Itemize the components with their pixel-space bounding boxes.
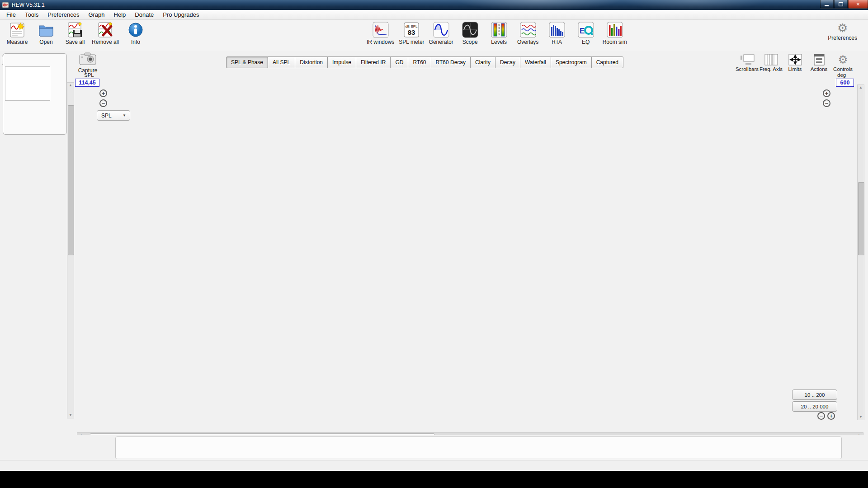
roomsim-icon [607, 21, 623, 38]
x-zoom-in-button[interactable]: + [827, 412, 835, 420]
toolbar-label: Remove all [92, 39, 119, 45]
scroll-up-icon[interactable]: ▲ [858, 85, 864, 90]
levels-button[interactable]: 0369Levels [485, 21, 514, 45]
toolbar-label: Open [39, 39, 52, 45]
eq-button[interactable]: EEQ [571, 21, 600, 45]
camera-icon [79, 52, 97, 67]
range-10-200-button[interactable]: 10 .. 200 [792, 389, 837, 400]
scroll-down-icon[interactable]: ▼ [858, 414, 864, 420]
tool-label: Actions [811, 66, 828, 72]
zoom-out-right-button[interactable]: − [823, 99, 830, 107]
menu-pro-upgrades[interactable]: Pro Upgrades [158, 10, 203, 19]
tab-waterfall[interactable]: Waterfall [520, 56, 551, 68]
tab-clarity[interactable]: Clarity [471, 56, 495, 68]
menu-donate[interactable]: Donate [130, 10, 158, 19]
tab-decay[interactable]: Decay [495, 56, 520, 68]
menu-file[interactable]: File [2, 10, 20, 19]
toolbar-label: IR windows [367, 39, 394, 45]
overlays-button[interactable]: Overlays [514, 21, 542, 45]
tool-label: Limits [788, 66, 802, 72]
legend-bar [0, 435, 868, 460]
taskbar [0, 471, 868, 488]
menu-tools[interactable]: Tools [20, 10, 43, 19]
spl-phase-plot[interactable] [94, 84, 834, 420]
zoom-in-button[interactable]: + [99, 89, 107, 97]
preferences-button[interactable]: ⚙ Preferences [828, 21, 857, 41]
irwindows-button[interactable]: IR windows [364, 21, 396, 45]
measurement-card-1[interactable] [3, 53, 67, 135]
legend-box [115, 436, 842, 459]
menu-help[interactable]: Help [109, 10, 131, 19]
info-button[interactable]: Info [121, 21, 150, 45]
toolbar-label: Overlays [517, 39, 538, 45]
levels-icon: 0369 [491, 21, 507, 38]
tab-spl-phase[interactable]: SPL & Phase [226, 56, 268, 68]
tab-spectrogram[interactable]: Spectrogram [551, 56, 592, 68]
zoom-in-right-button[interactable]: + [823, 89, 830, 97]
tab-distortion[interactable]: Distortion [295, 56, 328, 68]
limits-button[interactable]: Limits [783, 53, 807, 72]
scroll-up-icon[interactable]: ▲ [67, 83, 74, 88]
tool-label: Controls [833, 66, 853, 72]
maximize-button[interactable] [834, 0, 848, 9]
actions-button[interactable]: Actions [807, 53, 831, 72]
graph-v-scrollbar-thumb[interactable] [858, 182, 864, 255]
svg-text:83: 83 [408, 28, 415, 36]
toolbar-label: Save all [66, 39, 85, 45]
rta-button[interactable]: RTA [542, 21, 571, 45]
toolbar-label: Generator [429, 39, 453, 45]
scrollbars-button[interactable]: Scrollbars [735, 53, 759, 72]
graph-v-scrollbar[interactable]: ▲ ▼ [857, 84, 864, 420]
toolbar-label: Room sim [603, 39, 627, 45]
toolbar-label: Scope [462, 39, 478, 45]
menu-preferences[interactable]: Preferences [43, 10, 84, 19]
scrollbars-icon [740, 53, 755, 66]
tab-captured[interactable]: Captured [592, 56, 623, 68]
tab-filtered-ir[interactable]: Filtered IR [356, 56, 391, 68]
tab-all-spl[interactable]: All SPL [268, 56, 295, 68]
menu-bar: FileToolsPreferencesGraphHelpDonatePro U… [0, 10, 868, 20]
capture-button[interactable]: Capture [76, 52, 99, 74]
freqaxis-button[interactable]: Freq. Axis [759, 53, 783, 72]
limits-icon [788, 53, 802, 66]
minimize-button[interactable] [820, 0, 834, 9]
menu-graph[interactable]: Graph [84, 10, 109, 19]
close-button[interactable]: ✕ [848, 0, 868, 9]
measurement-thumbnail [5, 66, 50, 101]
saveall-button[interactable]: Save all [61, 21, 90, 45]
left-axis-title: SPL [84, 72, 94, 78]
scope-button[interactable]: Scope [456, 21, 485, 45]
tool-label: Scrollbars [736, 66, 759, 72]
range-20-20000-button[interactable]: 20 .. 20 000 [792, 401, 837, 412]
tab-rt60-decay[interactable]: RT60 Decay [431, 56, 471, 68]
actions-icon [813, 53, 826, 66]
svg-text:E: E [580, 27, 585, 35]
generator-button[interactable]: Generator [427, 21, 456, 45]
titlebar[interactable]: REW V5.31.1 ✕ [0, 0, 868, 10]
toolbar-label: SPL meter [399, 39, 424, 45]
toolbar-label: Measure [7, 39, 28, 45]
open-button[interactable]: Open [32, 21, 61, 45]
scroll-down-icon[interactable]: ▼ [67, 413, 74, 418]
toolbar-label: RTA [552, 39, 562, 45]
right-axis-cursor-value: 600 [836, 79, 854, 87]
info-icon [127, 21, 144, 38]
tab-rt60[interactable]: RT60 [408, 56, 431, 68]
splmeter-button[interactable]: dB SPL83SPL meter [396, 21, 426, 45]
saveall-icon [67, 21, 83, 38]
chevron-down-icon: ▼ [123, 113, 126, 117]
sidebar-scrollbar[interactable]: ▲ ▼ [67, 82, 74, 418]
zoom-out-button[interactable]: − [99, 99, 107, 107]
removeall-button[interactable]: Remove all [90, 21, 121, 45]
x-zoom-out-button[interactable]: − [817, 412, 825, 420]
roomsim-button[interactable]: Room sim [600, 21, 629, 45]
eq-icon: E [578, 21, 594, 38]
irwindows-icon [373, 21, 389, 38]
preferences-label: Preferences [828, 35, 857, 41]
graph-type-dropdown[interactable]: SPL ▼ [97, 110, 130, 121]
tab-gd[interactable]: GD [391, 56, 408, 68]
sidebar-scrollbar-thumb[interactable] [68, 105, 74, 255]
controls-button[interactable]: ⚙Controls [831, 53, 855, 72]
measure-button[interactable]: Measure [3, 21, 32, 45]
tab-impulse[interactable]: Impulse [328, 56, 356, 68]
